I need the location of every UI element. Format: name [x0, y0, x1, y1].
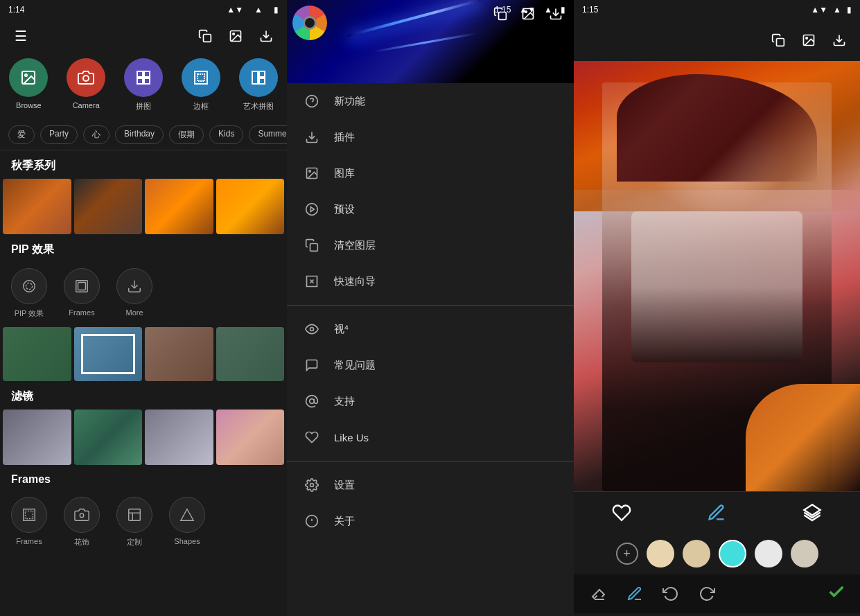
frame-item-custom[interactable]: 定制 — [116, 497, 152, 547]
p3-main-canvas[interactable] — [574, 61, 860, 491]
p3-heart-button[interactable] — [609, 500, 634, 525]
menu-clear-layers-label: 清空图层 — [334, 239, 376, 252]
nav-collage[interactable]: 拼图 — [124, 58, 163, 112]
p3-add-color-button[interactable]: + — [616, 543, 638, 565]
svg-point-23 — [80, 513, 84, 518]
menu-clear-icon — [304, 237, 320, 254]
p3-brush-button[interactable] — [624, 583, 646, 605]
nav-border[interactable]: 边框 — [182, 58, 220, 112]
p2-download-icon[interactable] — [546, 4, 565, 24]
p3-wifi: ▲ — [833, 5, 841, 15]
menu-faq-icon — [304, 357, 320, 373]
filter-img-4[interactable] — [216, 410, 285, 465]
p3-tool-bar — [574, 574, 860, 613]
p3-confirm-button[interactable] — [827, 582, 846, 606]
frame-icon-frames — [11, 497, 47, 533]
nav-art[interactable]: 艺术拼图 — [239, 58, 278, 112]
frame-item-floral[interactable]: 花饰 — [64, 497, 100, 547]
frame-label-custom: 定制 — [127, 537, 142, 547]
filter-img-2[interactable] — [74, 410, 143, 465]
p2-photo-icon[interactable] — [518, 4, 538, 24]
autumn-img-3[interactable] — [145, 179, 213, 234]
p3-eraser-button[interactable] — [588, 583, 610, 605]
pip-frames-icon — [64, 268, 100, 304]
status-icons-1: ▲▼ ▲ ▮ — [227, 5, 279, 15]
nav-browse[interactable]: Browse — [9, 58, 48, 112]
p3-redo-button[interactable] — [696, 583, 718, 605]
panel-editor: 1:15 ▲▼ ▲ ▮ — [574, 0, 860, 616]
photo-icon[interactable] — [226, 26, 245, 46]
menu-view[interactable]: 视⁴ — [287, 311, 574, 347]
frame-item-frames[interactable]: Frames — [11, 497, 47, 547]
tag-love[interactable]: 爱 — [8, 125, 35, 144]
svg-rect-24 — [129, 509, 141, 521]
tag-birthday[interactable]: Birthday — [115, 125, 164, 144]
svg-rect-22 — [26, 511, 33, 519]
pip-more-label: More — [125, 308, 143, 317]
color-swatch-3[interactable] — [719, 540, 746, 567]
menu-settings[interactable]: 设置 — [287, 467, 574, 503]
p2-copy-icon[interactable] — [491, 4, 510, 24]
menu-clear-layers[interactable]: 清空图层 — [287, 227, 574, 263]
menu-button[interactable]: ☰ — [11, 26, 30, 46]
p3-download-icon[interactable] — [830, 30, 849, 50]
menu-plugins[interactable]: 插件 — [287, 119, 574, 155]
pip-item-frames[interactable]: Frames — [64, 268, 100, 319]
filter-images-row — [0, 410, 287, 465]
p3-layers-button[interactable] — [800, 500, 825, 525]
p3-header — [574, 19, 860, 61]
menu-new-features[interactable]: 新功能 — [287, 83, 574, 119]
p3-undo-button[interactable] — [660, 583, 682, 605]
p3-time: 1:15 — [582, 5, 598, 15]
menu-divider-2 — [287, 461, 574, 461]
autumn-img-1[interactable] — [3, 179, 71, 234]
nav-collage-circle — [124, 58, 163, 97]
copy-icon[interactable] — [195, 26, 215, 46]
p3-copy-icon[interactable] — [769, 30, 788, 50]
svg-point-5 — [25, 74, 27, 76]
menu-support[interactable]: 支持 — [287, 383, 574, 419]
frame-item-shapes[interactable]: Shapes — [169, 497, 205, 547]
scroll-content-1[interactable]: 秋季系列 PIP 效果 PIP 效果 — [0, 150, 287, 616]
panel-menu: 1:15 ▲▼ ▲ ▮ — [287, 0, 574, 616]
filter-img-3[interactable] — [145, 410, 213, 465]
color-swatch-1[interactable] — [647, 540, 674, 567]
svg-rect-0 — [204, 35, 211, 42]
tag-party[interactable]: Party — [40, 125, 78, 144]
menu-gallery-icon — [304, 165, 320, 182]
p3-pencil-button[interactable] — [704, 500, 729, 525]
menu-like-us[interactable]: Like Us — [287, 419, 574, 455]
menu-heart-icon — [304, 429, 320, 446]
tag-kids[interactable]: Kids — [209, 125, 243, 144]
pip-item-effect[interactable]: PIP 效果 — [11, 268, 47, 319]
menu-presets[interactable]: 预设 — [287, 191, 574, 227]
menu-support-label: 支持 — [334, 395, 355, 408]
pip-thumb-4[interactable] — [216, 327, 285, 381]
menu-quick-guide[interactable]: 快速向导 — [287, 263, 574, 299]
autumn-img-2[interactable] — [74, 179, 143, 234]
pip-thumb-3[interactable] — [145, 327, 213, 381]
color-swatch-2[interactable] — [683, 540, 710, 567]
svg-point-48 — [806, 37, 808, 39]
p3-photo-icon[interactable] — [799, 30, 818, 50]
pip-item-more[interactable]: More — [116, 268, 152, 319]
menu-faq[interactable]: 常见问题 — [287, 347, 574, 383]
menu-about[interactable]: 关于 — [287, 503, 574, 539]
pip-thumb-1[interactable] — [3, 327, 71, 381]
pip-thumb-2[interactable] — [74, 327, 143, 381]
tag-vacation[interactable]: 假期 — [169, 125, 204, 144]
tag-summer[interactable]: Summer — [249, 125, 287, 144]
character-dress — [631, 211, 803, 362]
menu-gallery[interactable]: 图库 — [287, 155, 574, 191]
filter-img-1[interactable] — [3, 410, 71, 465]
nav-camera[interactable]: Camera — [67, 58, 105, 112]
frame-icon-floral — [64, 497, 100, 533]
p3-tools-left — [588, 583, 718, 605]
toolbar-1: ☰ — [0, 19, 287, 53]
download-icon[interactable] — [256, 26, 276, 46]
svg-point-16 — [24, 281, 35, 292]
color-swatch-4[interactable] — [755, 540, 782, 567]
autumn-img-4[interactable] — [216, 179, 285, 234]
tag-heart[interactable]: 心 — [83, 125, 109, 144]
color-swatch-5[interactable] — [791, 540, 818, 567]
